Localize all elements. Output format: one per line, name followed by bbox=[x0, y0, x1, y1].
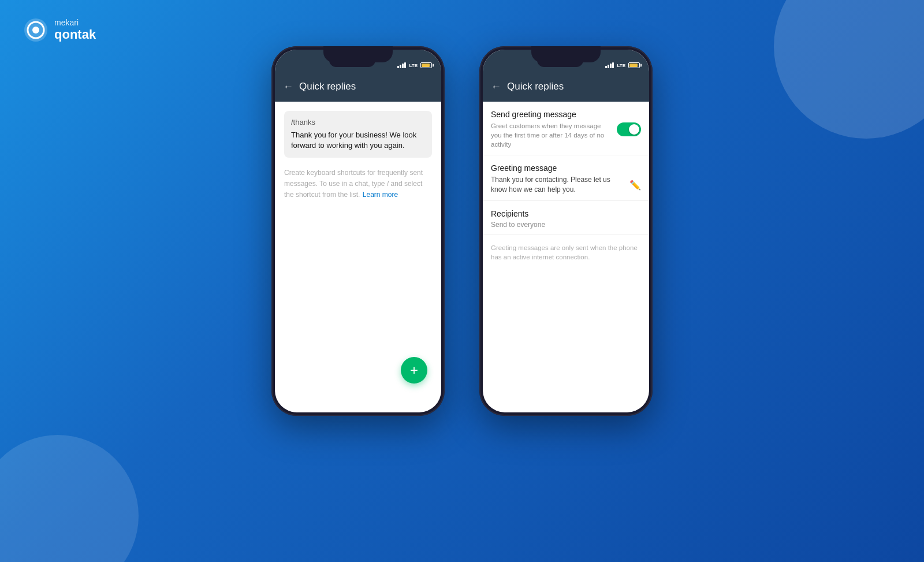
toggle-knob bbox=[629, 124, 639, 135]
signal-bar-4 bbox=[404, 62, 406, 68]
reply-message: Thank you for your business! We look for… bbox=[291, 130, 425, 151]
phone-2-header: ← Quick replies bbox=[483, 72, 649, 102]
greeting-message-row: Thank you for contacting. Please let us … bbox=[491, 175, 641, 195]
svg-point-2 bbox=[32, 27, 39, 34]
phone-2-battery bbox=[628, 62, 640, 68]
phone-1-title: Quick replies bbox=[299, 81, 356, 92]
signal-bar-2 bbox=[400, 65, 401, 68]
recipients-label: Recipients bbox=[491, 209, 641, 218]
signal-bar-1 bbox=[605, 66, 607, 68]
greeting-note: Greeting messages are only sent when the… bbox=[483, 235, 649, 267]
phone-1-lte: LTE bbox=[409, 63, 418, 68]
signal-bar-3 bbox=[402, 64, 404, 68]
edit-greeting-icon[interactable]: ✏️ bbox=[629, 180, 641, 191]
phone-2-title: Quick replies bbox=[507, 81, 564, 92]
greeting-toggle-switch[interactable] bbox=[617, 122, 641, 136]
signal-bar-1 bbox=[397, 66, 399, 68]
greeting-toggle-row: Send greeting message Greet customers wh… bbox=[491, 110, 641, 149]
brand-name: mekari bbox=[54, 18, 96, 27]
signal-bar-2 bbox=[608, 65, 609, 68]
helper-text-block: Create keyboard shortcuts for frequently… bbox=[284, 167, 432, 200]
add-reply-fab[interactable]: + bbox=[401, 357, 427, 384]
logo-text: mekari qontak bbox=[54, 18, 96, 42]
phone-2-status-bar: LTE bbox=[483, 50, 649, 72]
greeting-toggle-info: Send greeting message Greet customers wh… bbox=[491, 110, 606, 149]
greeting-toggle-desc: Greet customers when they message you th… bbox=[491, 121, 606, 149]
phone-1-status-right: LTE bbox=[397, 62, 432, 68]
phone-1-notch bbox=[329, 55, 375, 67]
phone-1-content: /thanks Thank you for your business! We … bbox=[275, 102, 441, 209]
greeting-toggle-section: Send greeting message Greet customers wh… bbox=[483, 102, 649, 155]
phone-1-back-button[interactable]: ← bbox=[283, 81, 293, 92]
phone-1-battery bbox=[420, 62, 432, 68]
greeting-message-text: Thank you for contacting. Please let us … bbox=[491, 175, 625, 195]
greeting-message-label: Greeting message bbox=[491, 163, 641, 173]
learn-more-link[interactable]: Learn more bbox=[363, 191, 398, 199]
greeting-message-section: Greeting message Thank you for contactin… bbox=[483, 155, 649, 201]
phone-2-back-button[interactable]: ← bbox=[491, 81, 501, 92]
phone-1-signal bbox=[397, 62, 406, 68]
phone-2-signal bbox=[605, 62, 614, 68]
bg-decoration-bottom-left bbox=[0, 435, 139, 562]
phone-1-screen: LTE ← Quick replies /thanks Thank you fo… bbox=[275, 50, 441, 412]
signal-bar-3 bbox=[610, 64, 612, 68]
product-name: qontak bbox=[54, 28, 96, 42]
phone-2: LTE ← Quick replies Send greeting messa bbox=[479, 46, 653, 416]
recipients-section: Recipients Send to everyone bbox=[483, 201, 649, 235]
phone-1-battery-fill bbox=[422, 64, 430, 67]
phone-2-status-right: LTE bbox=[605, 62, 640, 68]
phone-2-notch bbox=[537, 55, 583, 67]
phone-2-screen: LTE ← Quick replies Send greeting messa bbox=[483, 50, 649, 412]
quick-reply-card[interactable]: /thanks Thank you for your business! We … bbox=[284, 111, 432, 158]
phone-1-header: ← Quick replies bbox=[275, 72, 441, 102]
logo-icon bbox=[23, 17, 49, 43]
helper-text: Create keyboard shortcuts for frequently… bbox=[284, 169, 423, 199]
recipients-value: Send to everyone bbox=[491, 221, 641, 229]
bg-decoration-top-right bbox=[774, 0, 924, 139]
logo: mekari qontak bbox=[23, 17, 96, 43]
phone-2-battery-fill bbox=[629, 64, 638, 67]
signal-bar-4 bbox=[612, 62, 614, 68]
phone-2-lte: LTE bbox=[617, 63, 625, 68]
phone-1-status-bar: LTE bbox=[275, 50, 441, 72]
shortcut-text: /thanks bbox=[291, 118, 425, 126]
greeting-toggle-label: Send greeting message bbox=[491, 110, 606, 119]
phone-1: LTE ← Quick replies /thanks Thank you fo… bbox=[271, 46, 445, 416]
phones-container: LTE ← Quick replies /thanks Thank you fo… bbox=[271, 46, 653, 416]
phone-2-content: Send greeting message Greet customers wh… bbox=[483, 102, 649, 267]
